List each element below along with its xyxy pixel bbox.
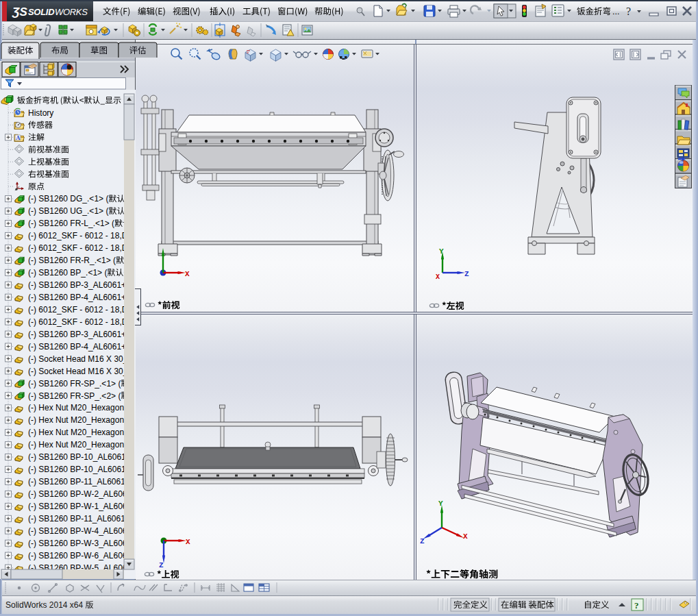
svg-text:?: ?	[634, 600, 639, 611]
svg-text:Y: Y	[438, 500, 443, 508]
svg-text:Y: Y	[439, 247, 444, 256]
svg-text:Z: Z	[159, 561, 164, 569]
svg-text:Z: Z	[464, 270, 469, 278]
svg-text:...: ...	[612, 7, 619, 16]
svg-text:SolidWorks 2014 x64: SolidWorks 2014 x64	[5, 600, 84, 610]
svg-text:?: ?	[626, 5, 631, 17]
svg-text:X: X	[185, 270, 190, 278]
svg-text:X: X	[436, 273, 440, 281]
svg-text:Z: Z	[420, 537, 425, 545]
svg-text:X: X	[463, 532, 468, 541]
svg-text:X: X	[186, 538, 190, 546]
